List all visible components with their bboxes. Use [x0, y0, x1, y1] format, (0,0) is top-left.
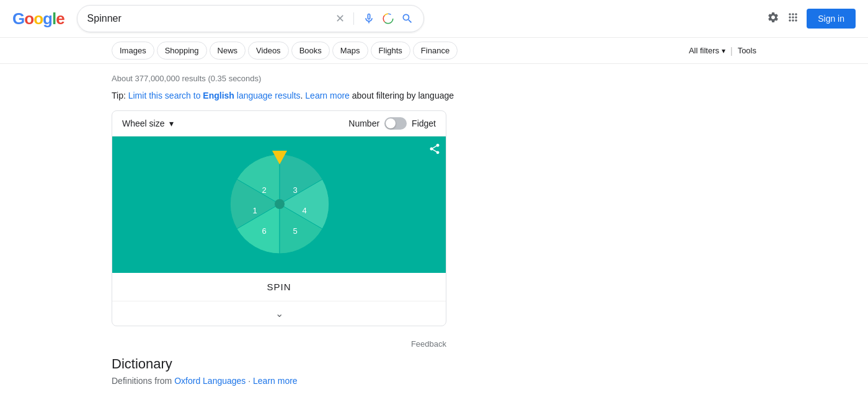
header-right: Sign in: [767, 9, 856, 29]
apps-icon: [787, 11, 799, 24]
content: About 377,000,000 results (0.35 seconds)…: [0, 64, 868, 396]
search-button[interactable]: [401, 12, 414, 25]
all-filters-button[interactable]: All filters ▾: [689, 46, 725, 55]
svg-point-4: [386, 17, 390, 21]
nav-item-images[interactable]: Images: [112, 42, 154, 60]
nav-item-finance[interactable]: Finance: [413, 42, 458, 60]
voice-search-button[interactable]: [363, 12, 375, 25]
google-logo[interactable]: Google: [12, 9, 64, 29]
limit-search-link[interactable]: Limit this search to: [128, 91, 201, 100]
gear-icon: [767, 11, 779, 24]
nav-right: All filters ▾ | Tools: [689, 46, 756, 56]
clear-button[interactable]: ✕: [335, 12, 345, 25]
nav-item-books[interactable]: Books: [291, 42, 330, 60]
image-search-button[interactable]: [381, 12, 395, 25]
spinner-pointer: [272, 151, 287, 164]
expand-row[interactable]: ⌄: [112, 301, 446, 326]
search-icon-group: ✕: [335, 12, 414, 25]
wheel-size-label: Wheel size: [122, 118, 164, 128]
toggle-knob: [386, 118, 396, 128]
search-bar: ✕: [77, 5, 424, 32]
chevron-down-icon: ▾: [169, 118, 174, 128]
center-circle: [275, 199, 285, 209]
number-label: Number: [348, 118, 379, 128]
lens-icon: [381, 12, 395, 25]
separator: |: [730, 46, 733, 56]
nav-item-videos[interactable]: Videos: [248, 42, 289, 60]
nav-item-flights[interactable]: Flights: [371, 42, 410, 60]
header: Google ✕: [0, 0, 868, 38]
label-4: 4: [302, 206, 306, 215]
signin-button[interactable]: Sign in: [807, 9, 856, 29]
dictionary-subtitle: Definitions from Oxford Languages · Lear…: [112, 376, 756, 386]
spinner-wheel-container[interactable]: 2 1 6 5 4 3: [224, 148, 335, 262]
tip-row: Tip: Limit this search to English langua…: [112, 91, 756, 100]
share-icon: [428, 143, 441, 155]
nav-item-maps[interactable]: Maps: [332, 42, 368, 60]
spin-button-text: SPIN: [267, 282, 291, 292]
tip-prefix: Tip:: [112, 91, 128, 100]
dictionary-section: Dictionary Definitions from Oxford Langu…: [112, 356, 756, 386]
spinner-wheel[interactable]: 2 1 6 5 4 3: [224, 148, 335, 260]
mic-icon: [363, 12, 375, 25]
nav-item-shopping[interactable]: Shopping: [157, 42, 207, 60]
chevron-down-icon: ⌄: [275, 308, 283, 319]
language-results-link[interactable]: language results: [234, 91, 301, 100]
wheel-size-button[interactable]: Wheel size ▾: [122, 118, 174, 128]
search-divider: [353, 12, 354, 25]
share-button[interactable]: [428, 143, 441, 158]
english-link[interactable]: English: [203, 91, 234, 100]
spinner-canvas[interactable]: 2 1 6 5 4 3: [112, 136, 446, 273]
label-1: 1: [252, 206, 257, 215]
spinner-controls-right: Number Fidget: [348, 117, 436, 130]
spinner-widget: Wheel size ▾ Number Fidget: [112, 110, 446, 326]
fidget-label: Fidget: [412, 118, 436, 128]
search-input[interactable]: [87, 13, 335, 24]
dictionary-title: Dictionary: [112, 356, 756, 372]
all-filters-label: All filters: [689, 46, 719, 55]
search-bar-container: ✕: [77, 5, 424, 32]
google-apps-button[interactable]: [787, 11, 799, 27]
feedback-row: Feedback: [112, 339, 446, 351]
settings-button[interactable]: [767, 11, 779, 27]
label-5: 5: [293, 226, 297, 236]
label-3: 3: [293, 185, 297, 195]
nav-bar: Images Shopping News Videos Books Maps F…: [0, 38, 868, 64]
spinner-controls: Wheel size ▾ Number Fidget: [112, 111, 446, 136]
label-2: 2: [262, 185, 266, 195]
learn-more-link-dict[interactable]: Learn more: [253, 376, 298, 386]
feedback-link[interactable]: Feedback: [411, 339, 446, 349]
spin-button-row[interactable]: SPIN: [112, 273, 446, 301]
oxford-languages-link[interactable]: Oxford Languages: [174, 376, 246, 386]
label-6: 6: [262, 226, 266, 236]
results-count: About 377,000,000 results (0.35 seconds): [112, 74, 756, 83]
nav-item-news[interactable]: News: [210, 42, 246, 60]
search-icon: [401, 12, 414, 25]
chevron-down-icon: ▾: [722, 47, 725, 55]
number-fidget-toggle[interactable]: [384, 117, 407, 130]
learn-more-link[interactable]: Learn more: [305, 91, 350, 100]
definitions-from-label: Definitions from: [112, 376, 172, 386]
tools-button[interactable]: Tools: [738, 46, 756, 55]
tip-suffix: about filtering by language: [350, 91, 454, 100]
